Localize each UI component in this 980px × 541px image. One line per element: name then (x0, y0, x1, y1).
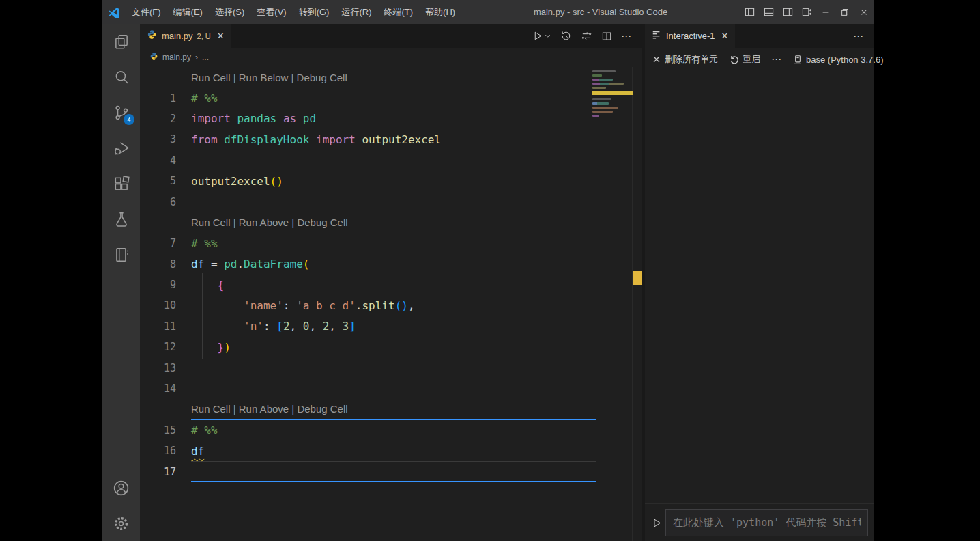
minimize-button[interactable] (816, 0, 835, 24)
account-icon[interactable] (102, 470, 140, 505)
menu-item[interactable]: 终端(T) (377, 0, 419, 24)
codelens-separator: | (231, 217, 239, 228)
line-content: from dfDisplayHook import output2excel (191, 129, 596, 150)
codelens-debug-cell[interactable]: Debug Cell (297, 72, 347, 83)
codelens-row: Run Cell | Run Above | Debug Cell (140, 399, 642, 419)
code-token: = (204, 258, 224, 270)
breadcrumb-file[interactable]: main.py (162, 53, 191, 62)
code-token (356, 133, 362, 146)
menu-item[interactable]: 文件(F) (126, 0, 167, 24)
toggle-primary-sidebar-icon[interactable] (740, 0, 759, 24)
interactive-history (645, 71, 874, 503)
panel-more-actions-icon[interactable]: ⋯ (853, 24, 874, 48)
code-line: 3from dfDisplayHook import output2excel (140, 129, 642, 150)
toggle-panel-icon[interactable] (759, 0, 778, 24)
code-token: () (270, 175, 283, 188)
code-token: { (218, 279, 225, 292)
codelens-content[interactable]: Run Cell | Run Above | Debug Cell (191, 399, 596, 419)
run-code-button[interactable] (648, 517, 665, 529)
codelens-content[interactable]: Run Cell | Run Above | Debug Cell (191, 212, 596, 233)
restart-kernel-button[interactable]: 重启 (729, 53, 760, 66)
codelens-separator: | (288, 72, 296, 83)
menu-item[interactable]: 运行(R) (335, 0, 377, 24)
tab-main-py[interactable]: main.py 2, U ✕ (140, 24, 231, 48)
menu-item[interactable]: 转到(G) (293, 0, 336, 24)
tab-interactive-1[interactable]: Interactive-1 ✕ (645, 24, 735, 48)
overview-ruler-warning-marker (633, 271, 642, 285)
code-line: 15# %% (140, 420, 642, 441)
close-button[interactable] (854, 0, 874, 24)
source-control-icon[interactable]: 4 (102, 95, 140, 130)
testing-icon[interactable] (102, 202, 140, 237)
code-line: 16df (140, 441, 642, 461)
editor-group: main.py 2, U ✕ ⋯ (140, 24, 642, 541)
customize-layout-icon[interactable] (797, 0, 816, 24)
menu-item[interactable]: 帮助(H) (419, 0, 461, 24)
codelens-run-below[interactable]: Run Below (239, 72, 289, 83)
toggle-secondary-sidebar-icon[interactable] (778, 0, 797, 24)
line-number: 14 (140, 383, 176, 395)
code-token: 'n' (244, 320, 263, 333)
menu-bar: 文件(F)编辑(E)选择(S)查看(V)转到(G)运行(R)终端(T)帮助(H) (126, 0, 461, 24)
breadcrumb[interactable]: main.py › ... (140, 48, 642, 67)
code-token: : (263, 320, 276, 333)
editor-more-actions-icon[interactable]: ⋯ (621, 30, 632, 42)
codelens-debug-cell[interactable]: Debug Cell (297, 403, 347, 415)
scrollbar[interactable] (632, 67, 633, 541)
code-token: , (290, 320, 303, 333)
restore-button[interactable] (835, 0, 854, 24)
window-controls (740, 0, 874, 24)
toolbar-more-actions-icon[interactable]: ⋯ (771, 53, 782, 66)
interactive-code-input[interactable] (665, 509, 868, 536)
tab-close-icon[interactable]: ✕ (217, 31, 225, 41)
code-token (276, 112, 283, 125)
code-token (231, 112, 237, 125)
code-token: ( (303, 258, 310, 270)
codelens-run-cell[interactable]: Run Cell (191, 217, 231, 228)
extensions-icon[interactable] (102, 166, 140, 202)
notebook-icon[interactable] (102, 237, 140, 273)
settings-gear-icon[interactable] (102, 505, 140, 541)
codelens-content[interactable]: Run Cell | Run Below | Debug Cell (191, 67, 596, 87)
editor-tab-bar: main.py 2, U ✕ ⋯ (140, 24, 642, 48)
code-line: 1# %% (140, 87, 642, 108)
codelens-run-cell[interactable]: Run Cell (191, 72, 231, 83)
panel-tab-close-icon[interactable]: ✕ (721, 31, 729, 41)
codelens-row: Run Cell | Run Below | Debug Cell (140, 67, 642, 87)
code-line: 17 (140, 461, 642, 482)
run-debug-icon[interactable] (102, 130, 140, 166)
codelens-run-above[interactable]: Run Above (239, 403, 289, 415)
run-python-file-button[interactable] (532, 30, 551, 42)
minimap[interactable] (592, 68, 632, 294)
split-editor-icon[interactable] (601, 31, 612, 42)
search-icon[interactable] (102, 59, 140, 95)
breadcrumb-symbol[interactable]: ... (202, 53, 209, 62)
code-token (218, 133, 225, 146)
codelens-debug-cell[interactable]: Debug Cell (297, 217, 347, 228)
code-token: 'a b c d' (296, 299, 356, 312)
code-token (191, 279, 218, 292)
code-line: 5output2excel() (140, 171, 642, 191)
menu-item[interactable]: 编辑(E) (167, 0, 209, 24)
code-token (191, 299, 244, 312)
open-changes-icon[interactable] (581, 30, 592, 42)
kernel-selector[interactable]: base (Python 3.7.6) (793, 55, 883, 65)
code-token: split (362, 299, 394, 312)
timeline-history-icon[interactable] (560, 30, 572, 42)
code-token (191, 320, 244, 333)
explorer-icon[interactable] (102, 24, 140, 59)
line-content: import pandas as pd (191, 109, 596, 129)
line-content (191, 150, 596, 171)
panel-tab-label: Interactive-1 (666, 31, 715, 41)
line-number: 2 (140, 113, 176, 125)
menu-item[interactable]: 查看(V) (250, 0, 292, 24)
line-content: output2excel() (191, 171, 596, 191)
delete-all-cells-button[interactable]: 删除所有单元 (652, 53, 718, 66)
codelens-run-above[interactable]: Run Above (239, 217, 289, 228)
line-content: }) (191, 337, 596, 357)
menu-item[interactable]: 选择(S) (209, 0, 250, 24)
code-token: : (283, 299, 296, 312)
code-editor[interactable]: Run Cell | Run Below | Debug Cell1# %%2i… (140, 67, 642, 541)
codelens-run-cell[interactable]: Run Cell (191, 403, 231, 415)
line-number: 5 (140, 175, 176, 187)
